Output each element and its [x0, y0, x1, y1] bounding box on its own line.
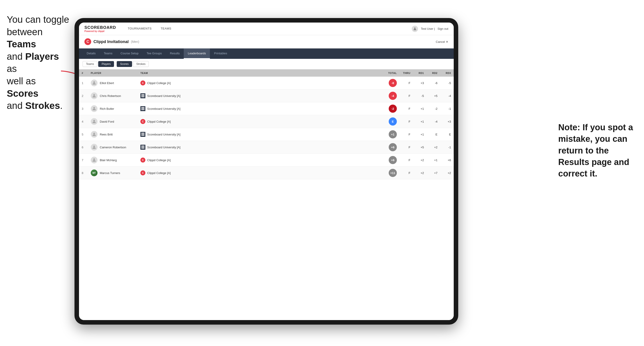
row-number: 5	[79, 128, 88, 141]
score-badge: +11	[389, 169, 397, 177]
team-name: Scoreboard University [A]	[147, 107, 180, 110]
score-badge: -2	[389, 105, 397, 113]
table-row[interactable]: 2 Chris Robertson Scoreboard University …	[79, 89, 454, 102]
rd3: -1	[440, 102, 454, 115]
right-annotation: Note: If you spot a mistake, you can ret…	[558, 122, 635, 179]
sub-nav: Details Teams Course Setup Tee Groups Re…	[79, 48, 454, 59]
table-row[interactable]: 5 Rees Britt Scoreboard University [A] +…	[79, 128, 454, 141]
cancel-button[interactable]: Cancel ✕	[436, 40, 448, 43]
svg-rect-9	[141, 108, 144, 109]
tab-printables[interactable]: Printables	[210, 48, 231, 59]
player-avatar	[91, 80, 98, 86]
rd1: +1	[413, 102, 426, 115]
svg-rect-14	[141, 134, 144, 135]
tournament-gender: (Men)	[131, 40, 139, 43]
rd1: +2	[413, 167, 426, 179]
player-avatar: MT	[91, 170, 98, 176]
team-logo-scoreboard	[140, 106, 145, 111]
team-name: Scoreboard University [A]	[147, 146, 180, 149]
team-name: Clippd College [A]	[147, 159, 171, 162]
table-row[interactable]: 8 MT Marcus Turners C Clippd College [A]…	[79, 167, 454, 179]
sign-out-link[interactable]: Sign out	[438, 27, 448, 30]
rd3: E	[440, 128, 454, 141]
tab-tee-groups[interactable]: Tee Groups	[143, 48, 166, 59]
rd3: +2	[440, 167, 454, 179]
player-name-cell: Rees Britt	[88, 128, 138, 141]
team-name: Scoreboard University [A]	[147, 133, 180, 136]
rd2: +7	[426, 167, 440, 179]
svg-rect-18	[141, 147, 144, 148]
team-logo-clippd: C	[140, 119, 145, 124]
player-avatar	[91, 144, 98, 151]
svg-rect-17	[141, 146, 144, 146]
logo-subtitle: Powered by clippd	[84, 30, 116, 32]
total-score: +6	[382, 154, 400, 167]
tab-teams[interactable]: Teams	[100, 48, 116, 59]
player-name-cell: Blair McHarg	[88, 154, 138, 167]
player-name: Blair McHarg	[100, 159, 117, 162]
tab-leaderboards[interactable]: Leaderboards	[184, 48, 210, 59]
svg-rect-19	[141, 148, 144, 149]
col-num: #	[79, 69, 88, 77]
tab-details[interactable]: Details	[82, 48, 100, 59]
svg-point-11	[93, 120, 95, 122]
team-name: Clippd College [A]	[147, 171, 171, 175]
score-badge: -8	[389, 79, 397, 87]
tab-results[interactable]: Results	[166, 48, 184, 59]
team-name: Clippd College [A]	[147, 81, 171, 85]
table-row[interactable]: 7 Blair McHarg C Clippd College [A] +6 F…	[79, 154, 454, 167]
svg-rect-6	[141, 96, 144, 97]
thru: F	[400, 77, 413, 89]
team-logo-scoreboard	[140, 145, 145, 150]
rd2: +5	[426, 89, 440, 102]
toggle-strokes[interactable]: Strokes	[133, 61, 149, 67]
user-text: Test User |	[421, 27, 435, 30]
rd1: +3	[413, 77, 426, 89]
team-name: Clippd College [A]	[147, 120, 171, 123]
nav-tournaments[interactable]: TOURNAMENTS	[123, 22, 156, 35]
score-badge: E	[389, 117, 397, 126]
table-row[interactable]: 6 Cameron Robertson Scoreboard Universit…	[79, 141, 454, 154]
user-avatar	[412, 26, 418, 32]
col-thru: THRU	[400, 69, 413, 77]
svg-rect-8	[141, 107, 144, 108]
player-name-cell: David Ford	[88, 115, 138, 128]
svg-rect-15	[141, 135, 144, 136]
table-row[interactable]: 4 David Ford C Clippd College [A] E F +1…	[79, 115, 454, 128]
toggle-scores[interactable]: Scores	[117, 61, 132, 67]
rd3: -5	[440, 77, 454, 89]
team-logo-clippd: C	[140, 80, 145, 85]
player-avatar	[91, 92, 98, 99]
svg-point-20	[93, 159, 95, 160]
toggle-teams[interactable]: Teams	[82, 61, 97, 67]
svg-rect-13	[141, 133, 144, 134]
col-rd1: RD1	[413, 69, 426, 77]
left-annotation: You can toggle between Teams and Players…	[7, 13, 70, 112]
total-score: +6	[382, 141, 400, 154]
team-cell: Scoreboard University [A]	[138, 102, 382, 115]
logo-title: SCOREBOARD	[84, 25, 116, 30]
svg-rect-10	[141, 109, 144, 110]
total-score: +1	[382, 128, 400, 141]
toggle-players[interactable]: Players	[98, 61, 114, 67]
svg-rect-4	[141, 94, 144, 95]
team-logo-clippd: C	[140, 171, 145, 175]
rd3: -4	[440, 89, 454, 102]
tablet-frame: SCOREBOARD Powered by clippd TOURNAMENTS…	[74, 18, 458, 325]
rd2: +2	[426, 141, 440, 154]
total-score: -2	[382, 102, 400, 115]
player-avatar	[91, 131, 98, 138]
row-number: 7	[79, 154, 88, 167]
team-cell: C Clippd College [A]	[138, 154, 382, 167]
table-header-row: # PLAYER TEAM TOTAL THRU RD1 RD2 RD3	[79, 69, 454, 77]
row-number: 1	[79, 77, 88, 89]
row-number: 6	[79, 141, 88, 154]
table-row[interactable]: 1 Elliot Ebert C Clippd College [A] -8 F…	[79, 77, 454, 89]
tab-course-setup[interactable]: Course Setup	[116, 48, 143, 59]
player-avatar	[91, 105, 98, 112]
total-score: +11	[382, 167, 400, 179]
col-team: TEAM	[138, 69, 382, 77]
nav-teams[interactable]: TEAMS	[156, 22, 176, 35]
row-number: 2	[79, 89, 88, 102]
table-row[interactable]: 3 Rich Butler Scoreboard University [A] …	[79, 102, 454, 115]
